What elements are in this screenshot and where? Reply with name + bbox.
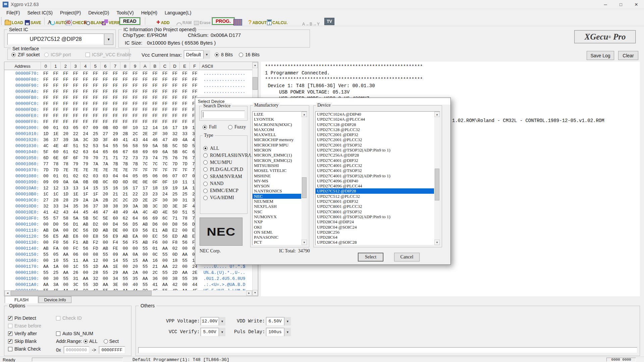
save-button[interactable]: SAVE [25, 17, 41, 25]
vpp-voltage-combo[interactable]: 12.00V ▼ [201, 317, 225, 325]
device-item[interactable]: UPD27C1024A @DIP40 [316, 112, 434, 117]
hex-row[interactable]: 00001180: 5525AA2600285529AA2A002C552DAA… [4, 270, 253, 276]
scroll-right-icon[interactable]: ► [246, 291, 252, 296]
menu-item[interactable]: Help(H) [138, 10, 161, 15]
icsp-vcc-checkbox[interactable]: ICSP_VCC Enable [86, 52, 131, 57]
manufacturer-item[interactable]: MSHINE [253, 173, 301, 178]
manufacturer-item[interactable]: ON SEMI. [253, 230, 301, 235]
load-button[interactable]: LOAD [5, 17, 23, 25]
manufacturer-item[interactable]: LYONTEK [253, 117, 301, 122]
manufacturer-item[interactable]: MOSEL VITELIC [253, 168, 301, 173]
read-button[interactable]: READ [119, 17, 140, 25]
search-full-radio[interactable]: Full [203, 124, 217, 130]
manufacturer-item[interactable]: NSC [253, 209, 301, 214]
tab-flash[interactable]: FLASH [5, 296, 38, 303]
minimize-button[interactable]: ─ [598, 0, 613, 9]
scroll-down-icon[interactable]: ▼ [302, 240, 307, 245]
manufactory-scrollbar[interactable]: ▲ ▼ [302, 112, 307, 245]
device-item[interactable]: UPD27C4096 @PLCC44 [316, 183, 434, 188]
scroll-down-icon[interactable]: ▼ [434, 240, 440, 245]
menu-item[interactable]: Device(D) [85, 10, 113, 15]
type-radio[interactable]: ROM/FLASH/NVRA [203, 152, 246, 159]
hex-row[interactable]: 00000FA0: FFFFFFFFFFFFFFFFFFFFFFFFFFFFFF… [4, 89, 253, 95]
type-radio[interactable]: VGA/HDMI [203, 194, 246, 201]
addr-sect-radio[interactable] [104, 339, 108, 344]
type-radio[interactable]: NAND [203, 180, 246, 187]
vdd-write-combo[interactable]: 6.50V ▼ [266, 317, 291, 325]
manufacturer-item[interactable]: PCT [253, 240, 301, 245]
device-item[interactable]: UPD27C2001 @DIP32 [316, 132, 434, 137]
manufacturer-item[interactable]: MAXCOM [253, 127, 301, 132]
device-item[interactable]: UPD27C512 @DIP28 [316, 188, 434, 193]
manufacturer-item[interactable]: MYSON [253, 183, 301, 188]
hex-row[interactable]: 00000F90: FFFFFFFFFFFFFFFFFFFFFFFFFFFFFF… [4, 83, 253, 89]
type-radio[interactable]: ALL [203, 145, 246, 152]
device-item[interactable]: UPD28C04 @DIP24 [316, 219, 434, 224]
menu-item[interactable]: Tools(V) [113, 10, 137, 15]
check-id-checkbox[interactable]: Check ID [56, 315, 82, 321]
scroll-down-icon[interactable]: ▼ [253, 290, 258, 296]
add-button[interactable]: + ADD [156, 17, 170, 25]
erase-before-checkbox[interactable]: Erase before [8, 323, 41, 328]
hex-row[interactable]: 00000F80: FFFFFFFFFFFFFFFFFFFFFFFFFFFFFF… [4, 77, 253, 83]
type-radio[interactable]: EMMC/EMCP [203, 187, 246, 194]
hex-row[interactable]: 000011A0: AA3A003C553DAA3E00405541AA4200… [4, 282, 253, 288]
manufacturer-item[interactable]: MICRON_EMMC(1) [253, 153, 301, 158]
search-input[interactable] [201, 111, 245, 119]
skip-blank-checkbox[interactable]: Skip Blank [8, 339, 37, 344]
menu-item[interactable]: Project(P) [56, 10, 85, 15]
type-radio[interactable]: PLD/GAL/CPLD [203, 166, 246, 173]
addr-from-field[interactable]: 00000000 [64, 346, 89, 354]
manufacturer-item[interactable]: MICROCHIP memory [253, 137, 301, 142]
tv-button[interactable]: TV [324, 17, 334, 25]
verify-after-checkbox[interactable]: Verify after [8, 331, 37, 336]
scroll-up-icon[interactable]: ▲ [434, 112, 440, 117]
a-b-y-button[interactable]: A→B→Y [302, 18, 320, 26]
manufacturer-item[interactable]: MY-MS [253, 178, 301, 183]
manufacturer-item[interactable]: NEC [253, 194, 301, 199]
manufacturer-item[interactable]: MICRON_EMMC(2) [253, 158, 301, 163]
type-radio[interactable]: SRAM/NVRAM [203, 173, 246, 180]
about-button[interactable]: ? ABOUT [248, 17, 267, 25]
zif-socket-radio[interactable]: ZIF socket [11, 52, 40, 57]
manufacturer-item[interactable]: MICRON [253, 147, 301, 153]
menu-item[interactable]: Select IC(S) [23, 10, 56, 15]
icsp-port-radio[interactable]: ICSP port [44, 52, 71, 57]
scroll-up-icon[interactable]: ▲ [302, 112, 307, 117]
device-item[interactable]: UPD28C64 [316, 235, 434, 240]
blank-check-checkbox[interactable]: Blank Check [8, 346, 41, 352]
device-item[interactable]: UPD27C4001 @TSOP32(ADP:Pin9 to 1) [316, 173, 434, 178]
close-button[interactable]: ✕ [629, 0, 644, 9]
manufacturer-item[interactable]: MICROCHIP MPU [253, 142, 301, 147]
scroll-left-icon[interactable]: ◄ [5, 291, 10, 296]
addr-to-field[interactable]: 0000FFFF [99, 346, 125, 354]
manufacturer-item[interactable]: MAXWELL [253, 132, 301, 137]
cancel-button[interactable]: Cancel [394, 253, 420, 261]
auto-button[interactable]: A AUTO [48, 17, 67, 25]
scroll-thumb[interactable] [435, 169, 439, 200]
addr-all-radio[interactable] [84, 339, 88, 344]
device-item[interactable]: UPD27C8001 @DIP32 [316, 199, 434, 204]
device-item[interactable]: UPD27C8001 @TSOP32(ADP:Pin9 to 1) [316, 214, 434, 219]
calculator-button[interactable]: CALCU. [267, 17, 287, 25]
type-radio[interactable]: MCU/MPU [203, 159, 246, 166]
clear-button[interactable]: Clear [618, 51, 638, 60]
manufacturer-item[interactable]: NEUMEM [253, 199, 301, 204]
hscroll-thumb[interactable] [11, 291, 152, 296]
stripes-button[interactable] [233, 17, 242, 25]
save-log-button[interactable]: Save Log [587, 51, 614, 60]
maximize-button[interactable]: □ [613, 0, 629, 9]
manufacturer-item[interactable]: MITSUBISHI [253, 163, 301, 168]
manufacturer-item[interactable]: PANASONIC [253, 235, 301, 240]
device-item[interactable]: UPD27C4001 @PLCC32 [316, 163, 434, 168]
manufacturer-item[interactable]: NEXFLASH [253, 204, 301, 209]
device-item[interactable]: UPD27C512 @PLCC32 [316, 194, 434, 199]
vcc-verify-combo[interactable]: 5.00V ▼ [201, 328, 225, 336]
device-item[interactable]: UPD27C256A @DIP28 [316, 153, 434, 158]
device-item[interactable]: UPD27C4096 @DIP40 [316, 178, 434, 183]
device-item[interactable]: UPD28C256 [316, 230, 434, 235]
select-button[interactable]: Select [358, 253, 383, 261]
scroll-thumb[interactable] [302, 177, 307, 198]
device-item[interactable]: UPD27C4001 @DIP32 [316, 158, 434, 163]
menu-item[interactable]: Language(L) [161, 10, 195, 15]
